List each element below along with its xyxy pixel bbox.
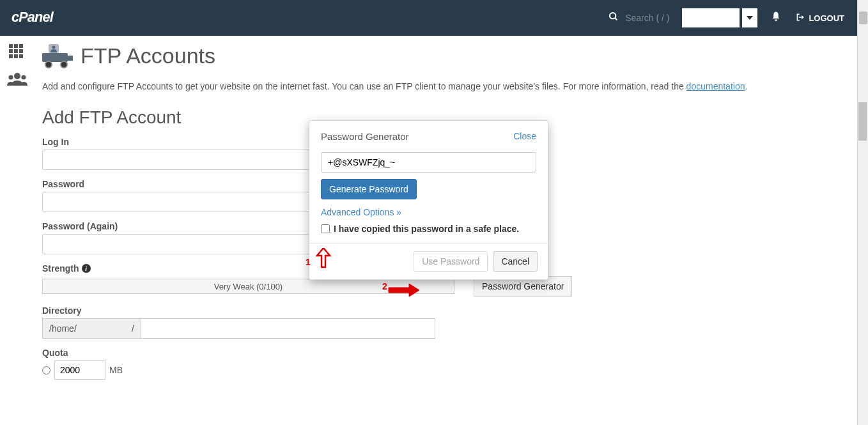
scroll-thumb[interactable] [859, 12, 867, 24]
modal-close-link[interactable]: Close [513, 131, 536, 142]
logout-icon [796, 13, 805, 24]
notifications-icon[interactable] [770, 11, 782, 26]
copied-label: I have copied this password in a safe pl… [334, 224, 519, 234]
ftp-accounts-icon [42, 44, 74, 68]
svg-point-18 [45, 61, 52, 68]
use-password-button[interactable]: Use Password [414, 251, 488, 272]
documentation-link[interactable]: documentation [686, 81, 745, 91]
svg-point-13 [9, 75, 13, 80]
advanced-options-link[interactable]: Advanced Options » [321, 207, 536, 217]
svg-point-12 [14, 73, 20, 79]
logout-button[interactable]: LOGOUT [796, 13, 844, 24]
search-placeholder: Search ( / ) [625, 13, 669, 23]
quota-label: Quota [42, 348, 847, 358]
directory-prefix: /home/ / [42, 318, 141, 339]
generated-password-input[interactable] [321, 152, 536, 173]
directory-input[interactable] [141, 318, 435, 339]
svg-point-19 [61, 61, 67, 68]
quota-radio-limited[interactable] [42, 366, 50, 375]
svg-rect-20 [68, 56, 73, 61]
svg-point-16 [52, 45, 56, 49]
quota-input[interactable] [54, 360, 105, 380]
top-header: cPanel Search ( / ) LOGOUT [0, 0, 857, 36]
svg-text:cPanel: cPanel [12, 9, 54, 25]
strength-meter: Very Weak (0/100) [42, 279, 454, 294]
svg-rect-17 [42, 53, 68, 62]
search-icon [608, 12, 619, 24]
modal-title: Password Generator [321, 131, 409, 142]
account-dropdown[interactable] [682, 8, 740, 27]
header-search[interactable]: Search ( / ) [608, 12, 669, 24]
svg-line-2 [615, 18, 617, 20]
vertical-scrollbar[interactable] [857, 0, 868, 425]
page-title-row: FTP Accounts [42, 43, 847, 68]
intro-text: Add and configure FTP Accounts to get yo… [42, 80, 847, 93]
svg-rect-11 [19, 54, 23, 58]
intro-prefix: Add and configure FTP Accounts to get yo… [42, 81, 686, 91]
page-title: FTP Accounts [81, 43, 215, 68]
copied-confirm-row[interactable]: I have copied this password in a safe pl… [321, 224, 536, 234]
password-generator-modal: Password Generator Close Generate Passwo… [309, 120, 548, 280]
info-icon[interactable]: i [82, 264, 91, 273]
cpanel-logo[interactable]: cPanel [12, 9, 75, 27]
left-sidebar [0, 36, 32, 425]
account-caret[interactable] [742, 8, 757, 27]
apps-icon[interactable] [7, 43, 25, 59]
cancel-button[interactable]: Cancel [493, 251, 538, 272]
users-icon[interactable] [7, 72, 25, 87]
svg-rect-7 [14, 49, 18, 53]
logout-label: LOGOUT [809, 13, 844, 23]
svg-rect-5 [19, 44, 23, 48]
svg-point-14 [22, 75, 26, 80]
intro-suffix: . [745, 81, 747, 91]
svg-rect-3 [9, 44, 13, 48]
svg-point-1 [610, 13, 616, 19]
quota-unit: MB [109, 365, 123, 375]
svg-rect-10 [14, 54, 18, 58]
directory-label: Directory [42, 305, 847, 316]
svg-rect-6 [9, 49, 13, 53]
svg-rect-8 [19, 49, 23, 53]
svg-rect-9 [9, 54, 13, 58]
svg-rect-4 [14, 44, 18, 48]
copied-checkbox[interactable] [321, 224, 330, 233]
generate-password-button[interactable]: Generate Password [321, 179, 417, 199]
